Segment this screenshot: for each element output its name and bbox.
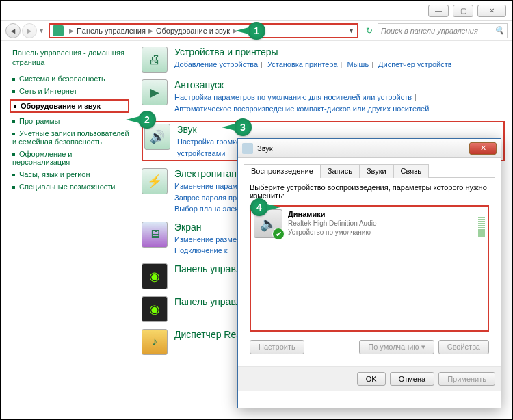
device-status: Устройство по умолчанию [288, 228, 377, 237]
search-input[interactable]: Поиск в панели управления 🔍 [378, 23, 508, 38]
tab-communication[interactable]: Связь [393, 164, 429, 178]
devices-icon: 🖨 [142, 47, 168, 73]
search-icon[interactable]: 🔍 [495, 26, 504, 35]
default-button[interactable]: По умолчанию ▾ [359, 340, 434, 354]
link-add-device[interactable]: Добавление устройства [174, 60, 258, 68]
titlebar: — ▢ ✕ [1, 1, 512, 21]
dialog-footer: OK Отмена Применить [238, 366, 501, 391]
maximize-button[interactable]: ▢ [453, 5, 473, 17]
recent-dropdown-icon[interactable]: ▼ [38, 27, 44, 34]
link-display-size[interactable]: Изменение размера [174, 235, 245, 244]
dialog-close-button[interactable]: ✕ [469, 142, 497, 155]
link-add-printer[interactable]: Установка принтера [267, 60, 338, 68]
device-item[interactable]: 🔈 Динамики Realtek High Definition Audio… [254, 209, 485, 238]
chevron-down-icon: ▾ [421, 343, 425, 351]
tab-pane: Выберите устройство воспроизведения, пар… [244, 178, 495, 360]
crumb-root[interactable]: Панель управления [77, 27, 146, 35]
sidebar-item-network[interactable]: Сеть и Интернет [12, 87, 129, 95]
sidebar-item-system[interactable]: Система и безопасность [12, 75, 129, 83]
tab-sounds[interactable]: Звуки [359, 164, 394, 178]
link-mouse[interactable]: Мышь [347, 60, 369, 68]
cancel-button[interactable]: Отмена [390, 372, 434, 386]
forward-button[interactable]: ► [22, 23, 37, 38]
sidebar-item-hardware-sound[interactable]: Оборудование и звук [10, 99, 129, 113]
cat-display-title[interactable]: Экран [174, 222, 245, 233]
level-meter [478, 209, 485, 237]
callout-3: 3 [234, 118, 252, 136]
device-driver: Realtek High Definition Audio [288, 219, 377, 228]
back-button[interactable]: ◄ [5, 23, 21, 38]
address-dropdown-icon[interactable]: ▼ [348, 27, 354, 34]
sidebar-item-appearance[interactable]: Оформление и персонализация [12, 150, 129, 166]
link-autoplay-defaults[interactable]: Настройка параметров по умолчанию для но… [174, 93, 412, 101]
control-panel-icon [53, 25, 64, 36]
device-name: Динамики [288, 209, 377, 219]
chevron-right-icon[interactable]: ▶ [68, 27, 75, 34]
callout-4: 4 [250, 198, 268, 216]
link-dev-manager[interactable]: Диспетчер устройств [378, 60, 452, 68]
tab-recording[interactable]: Запись [320, 164, 360, 178]
sidebar: Панель управления - домашняя страница Си… [1, 41, 135, 419]
realtek-icon: ♪ [142, 329, 168, 355]
tab-playback[interactable]: Воспроизведение [244, 164, 321, 178]
sound-dialog: Звук ✕ Воспроизведение Запись Звуки Связ… [237, 138, 501, 408]
nvidia-icon: ◉ [142, 296, 168, 322]
chevron-right-icon[interactable]: ▶ [147, 27, 155, 34]
cat-autoplay-title[interactable]: Автозапуск [174, 79, 429, 90]
sidebar-item-clock[interactable]: Часы, язык и регион [12, 170, 129, 179]
crumb-current[interactable]: Оборудование и звук [156, 27, 230, 35]
cat-devices-title[interactable]: Устройства и принтеры [174, 47, 452, 57]
link-autoplay-cd[interactable]: Автоматическое воспроизведение компакт-д… [174, 105, 429, 113]
sidebar-home[interactable]: Панель управления - домашняя страница [12, 48, 129, 68]
dialog-title: Звук [257, 144, 273, 153]
apply-button[interactable]: Применить [438, 372, 495, 386]
configure-button[interactable]: Настроить [250, 340, 304, 354]
close-button[interactable]: ✕ [477, 5, 506, 17]
tabs: Воспроизведение Запись Звуки Связь [244, 163, 495, 178]
device-list[interactable]: 🔈 Динамики Realtek High Definition Audio… [250, 205, 489, 332]
properties-button[interactable]: Свойства [438, 340, 489, 354]
instruction: Выберите устройство воспроизведения, пар… [250, 183, 489, 200]
sidebar-item-accounts[interactable]: Учетные записи пользователей и семейная … [12, 129, 129, 146]
minimize-button[interactable]: — [428, 5, 449, 17]
breadcrumb[interactable]: ▶ Панель управления ▶ Оборудование и зву… [49, 23, 358, 38]
autoplay-icon: ▶ [142, 79, 168, 105]
sidebar-item-programs[interactable]: Программы [12, 117, 129, 125]
speaker-icon [242, 143, 253, 154]
display-icon: 🖥 [142, 222, 168, 248]
link-display-connect[interactable]: Подключение к [174, 246, 228, 254]
callout-2: 2 [138, 111, 156, 129]
cat-autoplay: ▶ Автозапуск Настройка параметров по умо… [142, 79, 505, 114]
search-placeholder: Поиск в панели управления [381, 27, 478, 35]
nvidia-icon: ◉ [142, 263, 168, 289]
cat-devices: 🖨 Устройства и принтеры Добавление устро… [142, 47, 505, 73]
callout-1: 1 [248, 22, 265, 40]
power-icon: ⚡ [142, 168, 168, 194]
sidebar-item-accessibility[interactable]: Специальные возможности [12, 183, 129, 191]
dialog-titlebar[interactable]: Звук ✕ [238, 139, 501, 158]
refresh-button[interactable]: ↻ [363, 24, 376, 38]
ok-button[interactable]: OK [357, 372, 386, 386]
